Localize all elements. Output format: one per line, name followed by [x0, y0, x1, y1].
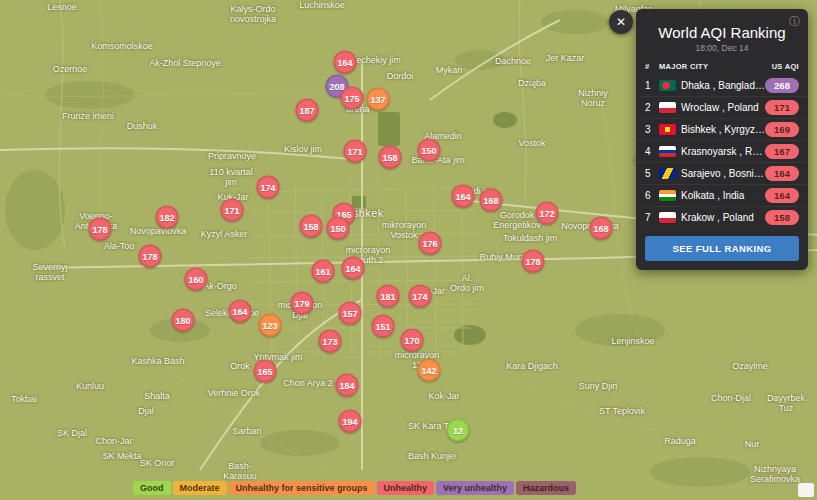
info-icon[interactable]: ⓘ: [789, 14, 800, 29]
ranking-row[interactable]: 3Bishkek , Kyrgyzstan169: [636, 118, 808, 140]
ranking-row[interactable]: 6Kolkata , India164: [636, 184, 808, 206]
aqi-marker[interactable]: 174: [409, 285, 432, 308]
map-attribution[interactable]: [798, 483, 814, 497]
rank-number: 4: [645, 146, 659, 157]
country-flag-icon: [659, 146, 676, 157]
aqi-badge: 268: [765, 78, 799, 93]
world-aqi-ranking-panel: ✕ ⓘ World AQI Ranking 18:00, Dec 14 # MA…: [636, 9, 808, 270]
city-name: Krasnoyarsk , Russia: [681, 146, 765, 157]
city-name: Sarajevo , Bosnia ...: [681, 168, 765, 179]
aqi-marker[interactable]: 164: [229, 300, 252, 323]
ranking-row[interactable]: 2Wroclaw , Poland171: [636, 96, 808, 118]
aqi-marker[interactable]: 187: [296, 99, 319, 122]
aqi-marker[interactable]: 194: [339, 410, 362, 433]
aqi-marker[interactable]: 151: [372, 315, 395, 338]
legend-item: Unhealthy: [377, 481, 435, 495]
aqi-marker[interactable]: 158: [379, 146, 402, 169]
ranking-row[interactable]: 5Sarajevo , Bosnia ...164: [636, 162, 808, 184]
aqi-badge: 164: [765, 166, 799, 181]
rank-number: 1: [645, 80, 659, 91]
aqi-marker[interactable]: 179: [291, 292, 314, 315]
aqi-marker[interactable]: 161: [312, 260, 335, 283]
aqi-badge: 158: [765, 210, 799, 225]
aqi-marker[interactable]: 178: [139, 245, 162, 268]
aqi-marker[interactable]: 172: [536, 202, 559, 225]
aqi-marker[interactable]: 173: [319, 330, 342, 353]
aqi-column-header: US AQI: [763, 62, 799, 71]
ranking-header: # MAJOR CITY US AQI: [636, 62, 808, 75]
country-flag-icon: [659, 102, 676, 113]
city-name: Krakow , Poland: [681, 212, 765, 223]
aqi-marker[interactable]: 137: [367, 88, 390, 111]
rank-number: 6: [645, 190, 659, 201]
aqi-badge: 171: [765, 100, 799, 115]
aqi-marker[interactable]: 181: [377, 285, 400, 308]
rank-number: 7: [645, 212, 659, 223]
aqi-marker[interactable]: 164: [342, 257, 365, 280]
aqi-marker[interactable]: 150: [418, 139, 441, 162]
aqi-marker[interactable]: 182: [156, 206, 179, 229]
aqi-marker[interactable]: 171: [221, 199, 244, 222]
aqi-legend: GoodModerateUnhealthy for sensitive grou…: [133, 481, 576, 495]
aqi-marker[interactable]: 168: [480, 189, 503, 212]
ranking-row[interactable]: 1Dhaka , Bangladesh268: [636, 75, 808, 96]
legend-item: Very unhealthy: [436, 481, 514, 495]
city-name: Bishkek , Kyrgyzstan: [681, 124, 765, 135]
aqi-marker[interactable]: 171: [344, 140, 367, 163]
country-flag-icon: [659, 80, 676, 91]
aqi-marker[interactable]: 168: [590, 217, 613, 240]
aqi-marker[interactable]: 160: [185, 268, 208, 291]
aqi-badge: 164: [765, 188, 799, 203]
rank-number: 2: [645, 102, 659, 113]
aqi-marker[interactable]: 176: [419, 232, 442, 255]
aqi-marker[interactable]: 157: [339, 302, 362, 325]
aqi-marker[interactable]: 12: [447, 419, 470, 442]
aqi-marker[interactable]: 170: [401, 329, 424, 352]
aqi-marker[interactable]: 150: [327, 217, 350, 240]
see-full-ranking-button[interactable]: SEE FULL RANKING: [645, 236, 799, 261]
aqi-badge: 169: [765, 122, 799, 137]
country-flag-icon: [659, 212, 676, 223]
aqi-marker[interactable]: 164: [452, 185, 475, 208]
aqi-marker[interactable]: 184: [336, 374, 359, 397]
country-flag-icon: [659, 190, 676, 201]
city-name: Dhaka , Bangladesh: [681, 80, 765, 91]
close-icon[interactable]: ✕: [609, 10, 633, 34]
aqi-marker[interactable]: 165: [254, 360, 277, 383]
legend-item: Hazardous: [516, 481, 576, 495]
city-name: Wroclaw , Poland: [681, 102, 765, 113]
aqi-marker[interactable]: 142: [418, 359, 441, 382]
aqi-marker[interactable]: 164: [334, 51, 357, 74]
country-flag-icon: [659, 124, 676, 135]
country-flag-icon: [659, 168, 676, 179]
aqi-marker[interactable]: 123: [259, 314, 282, 337]
legend-item: Moderate: [173, 481, 227, 495]
map-canvas[interactable]: LesnoeKalys-Ordo novostrojkaLuchinskoeMi…: [0, 0, 817, 500]
legend-item: Unhealthy for sensitive groups: [229, 481, 375, 495]
rank-number: 3: [645, 124, 659, 135]
ranking-rows: 1Dhaka , Bangladesh2682Wroclaw , Poland1…: [636, 75, 808, 228]
ranking-row[interactable]: 4Krasnoyarsk , Russia167: [636, 140, 808, 162]
aqi-marker[interactable]: 178: [89, 218, 112, 241]
city-column-header: MAJOR CITY: [659, 62, 763, 71]
aqi-badge: 167: [765, 144, 799, 159]
aqi-marker[interactable]: 180: [172, 309, 195, 332]
ranking-row[interactable]: 7Krakow , Poland158: [636, 206, 808, 228]
aqi-marker[interactable]: 175: [341, 87, 364, 110]
legend-item: Good: [133, 481, 171, 495]
aqi-marker[interactable]: 158: [300, 215, 323, 238]
page-title: World AQI Ranking: [642, 24, 802, 41]
city-name: Kolkata , India: [681, 190, 765, 201]
rank-number: 5: [645, 168, 659, 179]
ranking-timestamp: 18:00, Dec 14: [636, 43, 808, 53]
aqi-marker[interactable]: 174: [257, 176, 280, 199]
rank-column-header: #: [645, 62, 659, 71]
button-container: SEE FULL RANKING: [636, 228, 808, 270]
aqi-marker[interactable]: 178: [522, 250, 545, 273]
